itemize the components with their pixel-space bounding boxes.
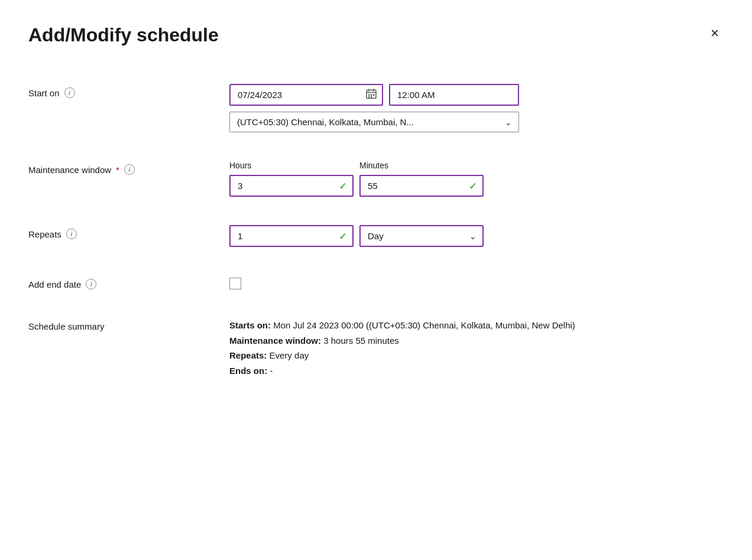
maintenance-window-summary-value: 3 hours 55 minutes xyxy=(321,336,399,346)
ends-on-summary-value: - xyxy=(267,366,273,376)
maintenance-window-label-col: Maintenance window * i xyxy=(28,161,229,175)
add-end-date-row: Add end date i xyxy=(28,261,724,304)
schedule-summary-row: Schedule summary Starts on: Mon Jul 24 2… xyxy=(28,304,724,392)
timezone-select[interactable]: (UTC+05:30) Chennai, Kolkata, Mumbai, N.… xyxy=(229,112,519,132)
starts-on-value: Mon Jul 24 2023 00:00 ((UTC+05:30) Chenn… xyxy=(271,320,575,330)
sub-labels-row: Hours Minutes xyxy=(229,161,724,170)
repeats-controls: ✓ Day Week Month ⌄ xyxy=(229,225,724,247)
repeats-inputs-row: ✓ Day Week Month ⌄ xyxy=(229,225,724,247)
summary-repeats: Repeats: Every day xyxy=(229,348,724,363)
schedule-summary-content: Starts on: Mon Jul 24 2023 00:00 ((UTC+0… xyxy=(229,318,724,378)
minutes-label: Minutes xyxy=(359,161,484,170)
required-star: * xyxy=(116,165,119,175)
start-on-label-col: Start on i xyxy=(28,84,229,98)
day-select-wrapper: Day Week Month ⌄ xyxy=(359,225,484,247)
timezone-row: (UTC+05:30) Chennai, Kolkata, Mumbai, N.… xyxy=(229,112,724,132)
starts-on-label: Starts on: xyxy=(229,320,271,330)
add-end-date-controls xyxy=(229,275,724,289)
repeats-summary-label: Repeats: xyxy=(229,350,267,360)
time-input[interactable] xyxy=(389,84,519,106)
add-end-date-info-icon[interactable]: i xyxy=(86,279,96,289)
hours-input-wrapper: ✓ xyxy=(229,175,354,197)
repeats-row: Repeats i ✓ Day Week Month ⌄ xyxy=(28,211,724,261)
minutes-input-wrapper: ✓ xyxy=(359,175,484,197)
add-end-date-label-col: Add end date i xyxy=(28,275,229,289)
hours-label: Hours xyxy=(229,161,354,170)
repeats-label-col: Repeats i xyxy=(28,225,229,239)
date-input-wrapper xyxy=(229,84,383,106)
repeats-number-input[interactable] xyxy=(229,225,354,247)
maintenance-inputs-row: ✓ ✓ xyxy=(229,175,724,197)
day-select[interactable]: Day Week Month xyxy=(359,225,484,247)
dialog-header: Add/Modify schedule × xyxy=(28,24,724,46)
summary-starts-on: Starts on: Mon Jul 24 2023 00:00 ((UTC+0… xyxy=(229,318,724,333)
maintenance-window-info-icon[interactable]: i xyxy=(124,164,135,175)
start-on-input-row xyxy=(229,84,724,106)
start-on-info-icon[interactable]: i xyxy=(64,87,75,98)
timezone-select-wrapper: (UTC+05:30) Chennai, Kolkata, Mumbai, N.… xyxy=(229,112,519,132)
maintenance-window-controls: Hours Minutes ✓ ✓ xyxy=(229,161,724,197)
maintenance-window-summary-label: Maintenance window: xyxy=(229,336,321,346)
repeats-summary-value: Every day xyxy=(267,350,309,360)
form-body: Start on i xyxy=(28,70,724,392)
date-input[interactable] xyxy=(229,84,383,106)
maintenance-window-row: Maintenance window * i Hours Minutes ✓ ✓ xyxy=(28,146,724,211)
summary-maintenance-window: Maintenance window: 3 hours 55 minutes xyxy=(229,333,724,349)
start-on-label: Start on xyxy=(28,88,60,98)
hours-input[interactable] xyxy=(229,175,354,197)
ends-on-summary-label: Ends on: xyxy=(229,366,267,376)
dialog-title: Add/Modify schedule xyxy=(28,24,219,46)
close-button[interactable]: × xyxy=(706,24,724,43)
schedule-summary-label-col: Schedule summary xyxy=(28,318,229,331)
minutes-input[interactable] xyxy=(359,175,484,197)
start-on-row: Start on i xyxy=(28,70,724,146)
add-modify-schedule-dialog: Add/Modify schedule × Start on i xyxy=(0,0,752,560)
add-end-date-checkbox[interactable] xyxy=(229,278,241,289)
maintenance-window-label: Maintenance window xyxy=(28,165,111,175)
summary-text: Starts on: Mon Jul 24 2023 00:00 ((UTC+0… xyxy=(229,318,724,378)
add-end-date-label: Add end date xyxy=(28,279,81,289)
repeats-label: Repeats xyxy=(28,229,61,239)
summary-ends-on: Ends on: - xyxy=(229,363,724,379)
start-on-controls: (UTC+05:30) Chennai, Kolkata, Mumbai, N.… xyxy=(229,84,724,132)
schedule-summary-label: Schedule summary xyxy=(28,321,104,331)
repeats-number-wrapper: ✓ xyxy=(229,225,354,247)
repeats-info-icon[interactable]: i xyxy=(66,229,77,239)
